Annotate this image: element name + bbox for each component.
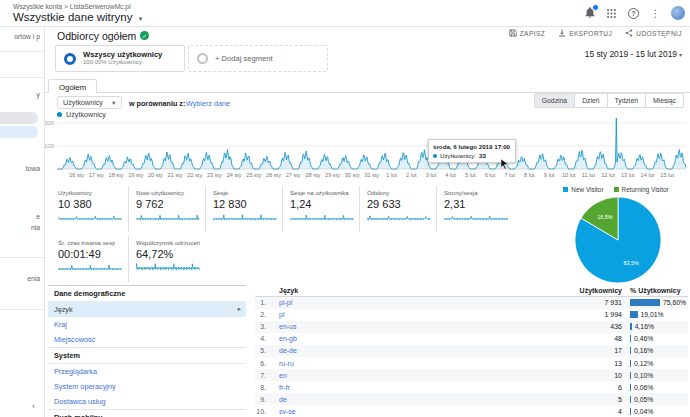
table-row: 2.pl1 99419,01% bbox=[255, 309, 688, 321]
pct-bar bbox=[630, 347, 631, 354]
language-link[interactable]: sv-se bbox=[269, 408, 542, 415]
add-segment-button[interactable]: + Dodaj segment bbox=[188, 45, 328, 72]
language-link[interactable]: en-us bbox=[269, 323, 542, 330]
nav-item-pill-active[interactable] bbox=[0, 126, 38, 138]
tab-summary[interactable]: Ogółem bbox=[48, 79, 97, 93]
svg-text:28 sty: 28 sty bbox=[305, 172, 320, 178]
tooltip-title: środa, 6 lutego 2019 17:00 bbox=[433, 143, 511, 150]
pct-bar bbox=[630, 408, 631, 415]
nav-fragment-search[interactable]: ortów i p bbox=[14, 33, 40, 40]
dimension-item-j-zyk[interactable]: Język▸ bbox=[48, 302, 246, 317]
svg-text:19 sty: 19 sty bbox=[128, 172, 143, 178]
scorecard-4[interactable]: Odsłony29 633 bbox=[359, 186, 436, 232]
language-link[interactable]: pl-pl bbox=[269, 299, 542, 306]
top-bar: Wszystkie konta > ListaSerwerowMc.pl Wsz… bbox=[0, 0, 690, 27]
pct-cell: 19,01% bbox=[622, 311, 688, 318]
pct-cell: 0,12% bbox=[622, 360, 688, 367]
svg-text:4 lut: 4 lut bbox=[445, 172, 456, 178]
analytics-app: Wszystkie konta > ListaSerwerowMc.pl Wsz… bbox=[0, 0, 690, 417]
nav-fragment[interactable]: nia bbox=[31, 224, 40, 231]
metric-select[interactable]: Użytkownicy▼ bbox=[57, 96, 122, 109]
report-actions: ZAPISZ EKSPORTUJ UDOSTĘPNIJ bbox=[509, 29, 682, 37]
nav-fragment[interactable]: enia bbox=[27, 275, 40, 282]
help-icon[interactable]: ? bbox=[627, 7, 640, 20]
table-row: 9.de50,05% bbox=[255, 393, 688, 405]
pct-bar bbox=[630, 360, 631, 367]
sparkline-icon bbox=[136, 261, 200, 272]
row-rank: 10. bbox=[255, 408, 269, 415]
area-chart-svg: 10020016 sty17 sty18 sty19 sty20 sty21 s… bbox=[45, 117, 690, 181]
scorecard-2[interactable]: Sesje12 830 bbox=[205, 186, 282, 232]
pct-cell: 0,46% bbox=[622, 335, 688, 342]
pct-value: 19,01% bbox=[641, 311, 664, 318]
avatar[interactable] bbox=[671, 6, 685, 20]
pct-value: 0,12% bbox=[634, 360, 653, 367]
more-vertical-icon[interactable]: ⋮ bbox=[649, 7, 662, 20]
dimension-item-miejscowo-[interactable]: Miejscowość bbox=[48, 332, 246, 347]
series-dot-icon bbox=[433, 154, 437, 158]
scorecard-7[interactable]: Współczynnik odrzuceń64,72% bbox=[128, 236, 205, 282]
pct-value: 0,10% bbox=[634, 372, 653, 379]
scorecard-0[interactable]: Użytkownicy10 380 bbox=[51, 186, 128, 232]
dimension-group-header: Dane demograficzne bbox=[48, 286, 246, 302]
left-nav-clipped: ortów i p y towa e nia enia ‹ bbox=[0, 27, 45, 417]
scorecard-1[interactable]: Nowi użytkownicy9 762 bbox=[128, 186, 205, 232]
nav-item-pill[interactable] bbox=[0, 112, 38, 124]
chevron-right-icon: ▸ bbox=[238, 305, 241, 313]
svg-text:16 sty: 16 sty bbox=[69, 172, 84, 178]
table-row: 10.sv-se40,04% bbox=[255, 405, 688, 417]
sparkline-icon bbox=[367, 211, 431, 222]
granularity-control: GodzinaDzieńTydzieńMiesiąc bbox=[534, 93, 684, 108]
language-link[interactable]: en-gb bbox=[269, 335, 542, 342]
svg-text:17 sty: 17 sty bbox=[89, 172, 104, 178]
timeseries-chart[interactable]: 10020016 sty17 sty18 sty19 sty20 sty21 s… bbox=[45, 117, 690, 181]
visitor-type-pie-chart[interactable]: 83,5%16,5% bbox=[566, 192, 670, 292]
collapse-nav-icon[interactable]: ‹ bbox=[32, 401, 35, 411]
language-link[interactable]: fr-fr bbox=[269, 384, 542, 391]
nav-divider bbox=[0, 77, 44, 78]
column-pct-users[interactable]: % Użytkownicy bbox=[622, 287, 688, 294]
granularity-godzina[interactable]: Godzina bbox=[534, 93, 575, 108]
notifications-bell-icon[interactable] bbox=[583, 7, 596, 20]
dimension-item-przegl-darka[interactable]: Przeglądarka bbox=[48, 364, 246, 379]
dimension-item-kraj[interactable]: Kraj bbox=[48, 317, 246, 332]
svg-text:12 lut: 12 lut bbox=[601, 172, 615, 178]
scorecard-5[interactable]: Strony/sesja2,31 bbox=[436, 186, 513, 232]
property-title-dropdown[interactable]: Wszystkie dane witryny ▾ bbox=[13, 11, 142, 23]
language-link[interactable]: de-de bbox=[269, 347, 542, 354]
breadcrumb[interactable]: Wszystkie konta > ListaSerwerowMc.pl bbox=[13, 3, 131, 10]
users-value: 1 994 bbox=[542, 311, 622, 318]
pct-value: 0,05% bbox=[634, 396, 653, 403]
language-link[interactable]: de bbox=[269, 396, 542, 403]
svg-text:13 lut: 13 lut bbox=[621, 172, 635, 178]
column-users[interactable]: Użytkownicy bbox=[542, 287, 622, 294]
share-button[interactable]: UDOSTĘPNIJ bbox=[625, 29, 682, 37]
svg-text:24 sty: 24 sty bbox=[227, 172, 242, 178]
language-link[interactable]: pl bbox=[269, 311, 542, 318]
compare-link[interactable]: Wybierz dane bbox=[186, 99, 230, 108]
dimension-item-dostawca-us-ug[interactable]: Dostawca usług bbox=[48, 394, 246, 409]
apps-grid-icon[interactable] bbox=[605, 7, 618, 20]
export-button[interactable]: EKSPORTUJ bbox=[558, 29, 612, 37]
language-link[interactable]: en bbox=[269, 372, 542, 379]
language-link[interactable]: ru-ru bbox=[269, 360, 542, 367]
tooltip-metric: Użytkownicy: bbox=[440, 152, 476, 159]
dimension-item-system-operacyjny[interactable]: System operacyjny bbox=[48, 379, 246, 394]
nav-divider bbox=[0, 309, 44, 310]
granularity-dzień[interactable]: Dzień bbox=[575, 93, 607, 108]
nav-fragment[interactable]: e bbox=[36, 213, 40, 220]
segment-card-all-users[interactable]: Wszyscy użytkownicy 100,00% Użytkownicy bbox=[55, 45, 185, 72]
date-range-picker[interactable]: 15 sty 2019 - 15 lut 2019▾ bbox=[585, 49, 682, 59]
scorecard-3[interactable]: Sesje na użytkownika1,24 bbox=[282, 186, 359, 232]
column-language[interactable]: Język bbox=[269, 287, 542, 294]
granularity-tydzień[interactable]: Tydzień bbox=[608, 93, 646, 108]
sparkline-icon bbox=[213, 211, 277, 222]
svg-text:2 lut: 2 lut bbox=[406, 172, 417, 178]
sparkline-icon bbox=[290, 211, 354, 222]
granularity-miesiąc[interactable]: Miesiąc bbox=[646, 93, 684, 108]
scorecard-6[interactable]: Śr. czas trwania sesji00:01:49 bbox=[51, 236, 128, 282]
save-button[interactable]: ZAPISZ bbox=[509, 29, 545, 37]
nav-fragment[interactable]: towa bbox=[26, 165, 40, 172]
nav-fragment[interactable]: y bbox=[37, 91, 40, 98]
table-row: 8.fr-fr60,06% bbox=[255, 381, 688, 393]
